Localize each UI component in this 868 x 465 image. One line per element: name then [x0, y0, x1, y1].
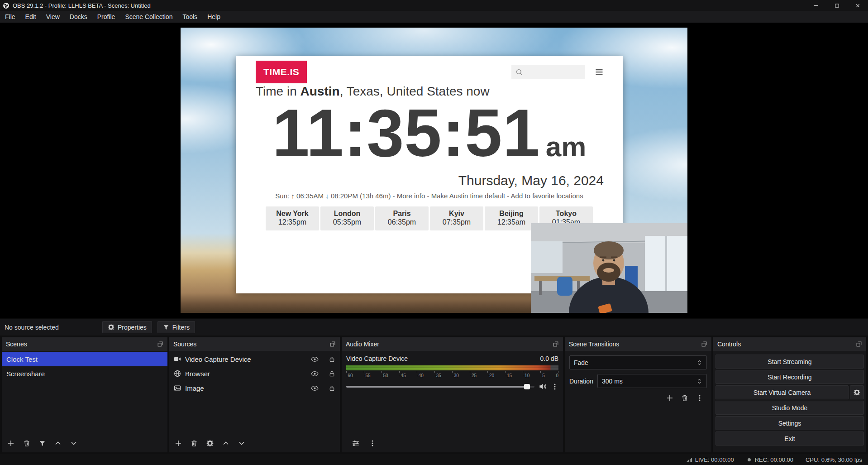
plus-icon [666, 394, 673, 402]
scale-label: -60 [346, 373, 353, 378]
visibility-eye-icon[interactable] [311, 384, 319, 392]
scale-label: -5 [541, 373, 545, 378]
mixer-channel-name: Video Capture Device [346, 355, 408, 362]
properties-button[interactable]: Properties [102, 321, 152, 333]
clock-display: 11:35:51am [236, 100, 623, 167]
popout-icon[interactable] [701, 341, 707, 347]
live-time: LIVE: 00:00:00 [695, 456, 734, 463]
world-clock[interactable]: Beijing 12:35am [485, 206, 538, 230]
scale-label: -20 [488, 373, 494, 378]
scale-label: -40 [417, 373, 423, 378]
timeis-header: TIME.IS [256, 61, 605, 83]
exit-button[interactable]: Exit [715, 431, 864, 446]
world-clock[interactable]: Paris 06:35pm [375, 206, 429, 230]
minimize-button[interactable] [806, 0, 826, 11]
menu-docks[interactable]: Docks [65, 11, 92, 23]
scene-transitions-panel: Scene Transitions Fade Duration 300 ms [565, 337, 711, 452]
popout-icon[interactable] [329, 341, 336, 347]
move-scene-down-button[interactable] [70, 440, 77, 447]
chevron-up-icon [222, 440, 229, 447]
more-info-link[interactable]: More info [397, 192, 425, 200]
start-recording-button[interactable]: Start Recording [715, 370, 864, 384]
start-virtual-camera-button[interactable]: Start Virtual Camera [715, 385, 849, 399]
scenes-panel: Scenes Clock Test Screenshare [2, 337, 167, 452]
close-button[interactable] [847, 0, 868, 11]
source-properties-button[interactable] [206, 440, 214, 447]
move-scene-up-button[interactable] [54, 440, 62, 447]
source-item-image[interactable]: Image [169, 381, 340, 395]
menu-file[interactable]: File [0, 11, 20, 23]
sources-title: Sources [173, 340, 196, 348]
separator: - [505, 192, 511, 200]
visibility-eye-icon[interactable] [311, 355, 319, 363]
popout-icon[interactable] [856, 341, 862, 347]
menu-profile[interactable]: Profile [92, 11, 120, 23]
rec-status: REC: 00:00:00 [746, 456, 793, 463]
dock-panels: Scenes Clock Test Screenshare [0, 336, 868, 454]
hamburger-menu-icon[interactable] [594, 67, 605, 77]
source-toolbar: No source selected Properties Filters [0, 318, 868, 336]
source-item-browser[interactable]: Browser [169, 366, 340, 381]
speaker-icon[interactable] [539, 382, 547, 391]
controls-body: Start Streaming Start Recording Start Vi… [713, 351, 866, 449]
menu-tools[interactable]: Tools [177, 11, 202, 23]
volume-slider[interactable] [346, 386, 534, 388]
lock-icon[interactable] [329, 385, 335, 392]
remove-source-button[interactable] [191, 440, 198, 447]
volume-slider-handle[interactable] [524, 384, 530, 389]
make-default-link[interactable]: Make Austin time default [431, 192, 505, 200]
separator: - [425, 192, 431, 200]
settings-button[interactable]: Settings [715, 416, 864, 430]
controls-panel-header: Controls [713, 337, 866, 351]
menu-bar: File Edit View Docks Profile Scene Colle… [0, 11, 868, 23]
obs-window: OBS 29.1.2 - Profile: LLHLS BETA - Scene… [0, 0, 868, 465]
search-input[interactable] [511, 65, 585, 79]
world-clock[interactable]: London 05:35pm [320, 206, 374, 230]
add-transition-button[interactable] [666, 394, 673, 402]
menu-edit[interactable]: Edit [20, 11, 41, 23]
maximize-button[interactable] [826, 0, 847, 11]
popout-icon[interactable] [157, 341, 163, 347]
scene-label: Screenshare [6, 370, 45, 378]
move-source-down-button[interactable] [238, 440, 245, 447]
stats-text: CPU: 0.6%, 30.00 fps [806, 456, 862, 463]
menu-help[interactable]: Help [202, 11, 225, 23]
remove-transition-button[interactable] [681, 394, 688, 402]
transition-properties-button[interactable] [696, 394, 703, 402]
audio-mixer-panel: Audio Mixer Video Capture Device 0.0 dB … [342, 337, 563, 452]
menu-scene-collection[interactable]: Scene Collection [120, 11, 177, 23]
meter-scale: -60-55-50-45-40-35-30-25-20-15-10-50 [346, 373, 558, 378]
source-item-video-capture[interactable]: Video Capture Device [169, 352, 340, 366]
kebab-menu-icon[interactable] [551, 383, 558, 390]
world-clock-city: Beijing [485, 210, 538, 218]
scene-item-screenshare[interactable]: Screenshare [2, 366, 167, 381]
scene-item-clock-test[interactable]: Clock Test [2, 352, 167, 366]
start-streaming-button[interactable]: Start Streaming [715, 355, 864, 369]
world-clock-time: 07:35pm [430, 218, 483, 226]
world-clock[interactable]: New York 12:35pm [266, 206, 319, 230]
advanced-audio-button[interactable] [352, 439, 360, 447]
scale-label: -50 [382, 373, 388, 378]
scene-filters-button[interactable] [39, 440, 46, 447]
studio-mode-button[interactable]: Studio Mode [715, 401, 864, 415]
kebab-menu-icon [369, 440, 376, 447]
lock-icon[interactable] [329, 356, 335, 363]
filters-button[interactable]: Filters [157, 321, 195, 333]
add-scene-button[interactable] [7, 440, 14, 447]
popout-icon[interactable] [553, 341, 559, 347]
add-source-button[interactable] [175, 440, 182, 447]
preview-canvas[interactable]: TIME.IS Time in Austin, Texas, United St… [181, 28, 687, 313]
move-source-up-button[interactable] [222, 440, 229, 447]
transition-select[interactable]: Fade [569, 355, 707, 369]
duration-spinbox[interactable]: 300 ms [597, 374, 707, 388]
lock-icon[interactable] [329, 370, 335, 377]
volume-slider-fill [346, 386, 527, 388]
remove-scene-button[interactable] [23, 440, 30, 447]
world-clock[interactable]: Kyiv 07:35pm [430, 206, 483, 230]
clock-date: Thursday, May 16, 2024 [458, 173, 604, 188]
visibility-eye-icon[interactable] [311, 370, 319, 378]
menu-view[interactable]: View [41, 11, 65, 23]
virtual-camera-settings-button[interactable] [850, 385, 864, 399]
favorite-link[interactable]: Add to favorite locations [511, 192, 583, 200]
mixer-options-button[interactable] [369, 440, 376, 447]
